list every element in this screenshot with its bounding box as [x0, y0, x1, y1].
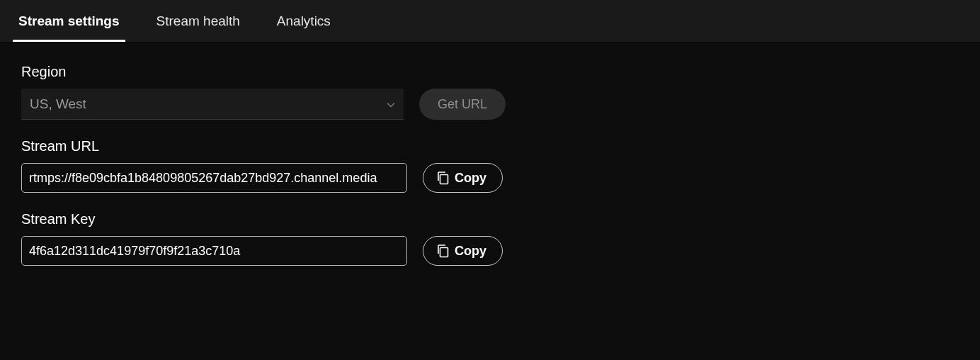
stream-url-input[interactable]: rtmps://f8e09cbfa1b84809805267dab27bd927… [21, 163, 407, 193]
region-select[interactable]: US, West [21, 89, 404, 120]
get-url-button[interactable]: Get URL [419, 89, 506, 120]
chevron-down-icon [387, 98, 395, 111]
copy-icon [436, 171, 449, 185]
stream-url-group: Stream URL rtmps://f8e09cbfa1b8480980526… [21, 138, 959, 193]
copy-stream-key-button[interactable]: Copy [423, 236, 503, 266]
copy-icon [436, 244, 449, 258]
stream-key-group: Stream Key 4f6a12d311dc41979f70f9f21a3c7… [21, 211, 959, 266]
copy-label: Copy [455, 171, 486, 186]
copy-label: Copy [455, 244, 486, 259]
stream-key-label: Stream Key [21, 211, 959, 227]
copy-stream-url-button[interactable]: Copy [423, 163, 503, 193]
stream-url-label: Stream URL [21, 138, 959, 154]
tab-analytics[interactable]: Analytics [258, 0, 349, 42]
svg-rect-1 [440, 248, 448, 257]
region-label: Region [21, 64, 959, 80]
region-group: Region US, West Get URL [21, 64, 959, 120]
stream-key-input[interactable]: 4f6a12d311dc41979f70f9f21a3c710a [21, 236, 407, 266]
settings-panel: Region US, West Get URL Stream URL rtmps… [0, 43, 980, 266]
region-selected-value: US, West [30, 96, 387, 112]
tab-bar: Stream settings Stream health Analytics [0, 0, 980, 43]
tab-stream-settings[interactable]: Stream settings [0, 0, 138, 42]
svg-rect-0 [440, 175, 448, 184]
tab-stream-health[interactable]: Stream health [138, 0, 258, 42]
